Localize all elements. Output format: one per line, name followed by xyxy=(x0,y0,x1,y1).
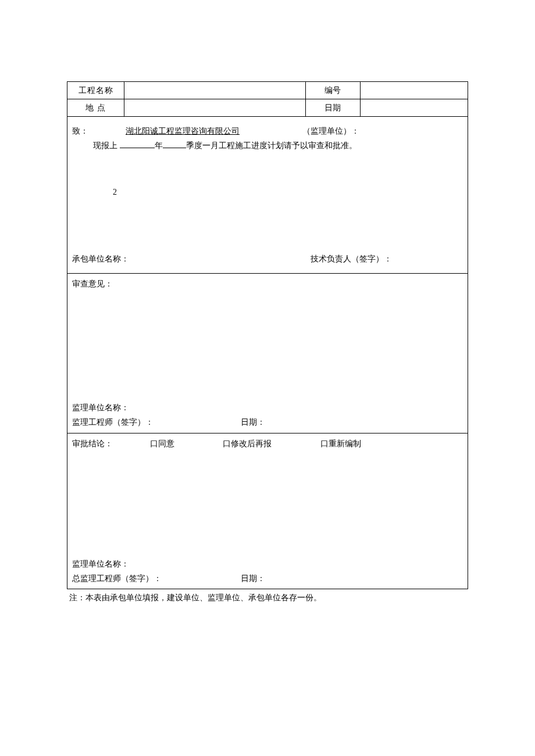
conclusion-label: 审批结论： xyxy=(72,439,113,448)
section-3-row: 审批结论： 口同意 口修改后再报 口重新编制 监理单位名称： 总监理工程师（签字… xyxy=(67,433,468,589)
number-field[interactable] xyxy=(360,82,468,99)
section3-signature-line: 总监理工程师（签字）： 日期： xyxy=(72,571,463,586)
section-2-row: 审查意见： 监理单位名称： 监理工程师（签字）： 日期： xyxy=(67,274,468,433)
section2-signature-line: 监理工程师（签字）： 日期： xyxy=(72,415,463,429)
report-prefix: 现报上 xyxy=(93,141,117,150)
addressee-line: 致： 湖北阳诚工程监理咨询有限公司 （监理单位）： xyxy=(72,124,463,138)
quarter-blank[interactable] xyxy=(163,140,186,148)
date-label: 日期 xyxy=(306,99,360,117)
section3-supervision-unit-label: 监理单位名称： xyxy=(72,557,463,571)
approval-body[interactable] xyxy=(72,451,463,557)
project-name-field[interactable] xyxy=(124,82,306,99)
location-label: 地 点 xyxy=(67,99,124,117)
section-1-row: 致： 湖北阳诚工程监理咨询有限公司 （监理单位）： 现报上 年季度一月工程施工进… xyxy=(67,117,468,274)
year-blank[interactable] xyxy=(120,140,155,148)
section3-date-label: 日期： xyxy=(241,571,265,586)
contractor-name-label: 承包单位名称： xyxy=(72,252,311,266)
option-revise[interactable]: 口修改后再报 xyxy=(223,439,272,448)
to-label: 致： xyxy=(72,124,88,138)
form-table: 工程名称 编号 地 点 日期 致： 湖北阳诚工程监理咨询有限公司 （监理单位）：… xyxy=(67,81,468,589)
location-field[interactable] xyxy=(124,99,306,117)
company-name: 湖北阳诚工程监理咨询有限公司 xyxy=(126,124,277,138)
option-agree[interactable]: 口同意 xyxy=(150,439,174,448)
chief-engineer-sign-label: 总监理工程师（签字）： xyxy=(72,571,241,586)
section2-date-label: 日期： xyxy=(241,415,265,429)
quarter-suffix: 季度一月工程施工进度计划请予以审查和批准。 xyxy=(186,141,357,150)
option-redo[interactable]: 口重新编制 xyxy=(320,439,361,448)
supervision-unit-name-label: 监理单位名称： xyxy=(72,400,463,415)
year-suffix: 年 xyxy=(155,141,163,150)
number-label: 编号 xyxy=(306,82,360,99)
review-opinion-label: 审查意见： xyxy=(72,277,463,291)
report-line: 现报上 年季度一月工程施工进度计划请予以审查和批准。 xyxy=(72,138,463,153)
approval-conclusion-line: 审批结论： 口同意 口修改后再报 口重新编制 xyxy=(72,436,463,451)
engineer-sign-label: 监理工程师（签字）： xyxy=(72,415,241,429)
attachment-number: 2 xyxy=(72,153,463,199)
tech-lead-sign-label: 技术负责人（签字）： xyxy=(311,252,392,266)
section1-signature-line: 承包单位名称： 技术负责人（签字）： xyxy=(72,252,463,266)
date-field[interactable] xyxy=(360,99,468,117)
unit-type-label: （监理单位）： xyxy=(302,124,359,138)
footer-note: 注：本表由承包单位填报，建设单位、监理单位、承包单位各存一份。 xyxy=(67,589,468,603)
review-opinion-body[interactable] xyxy=(72,291,463,400)
header-row-1: 工程名称 编号 xyxy=(67,82,468,99)
header-row-2: 地 点 日期 xyxy=(67,99,468,117)
project-name-label: 工程名称 xyxy=(67,82,124,99)
